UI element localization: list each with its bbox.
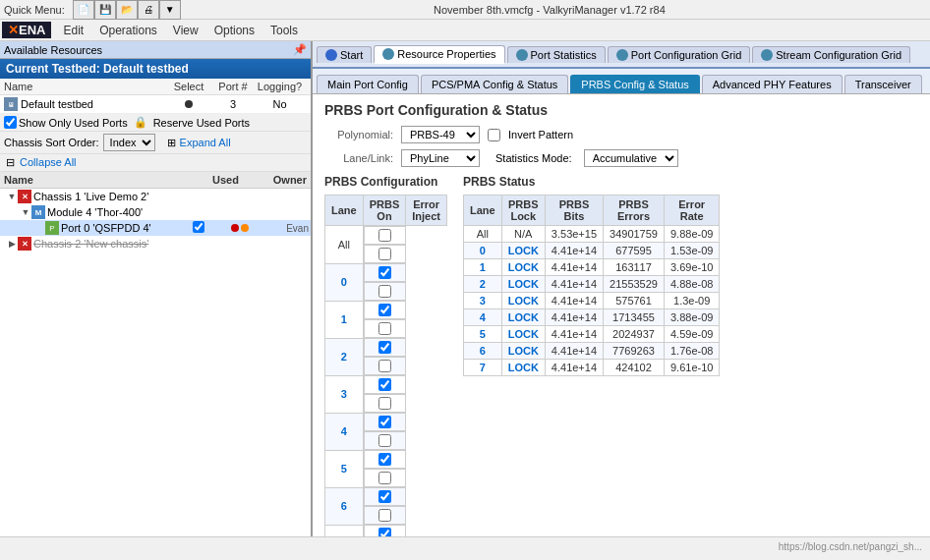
error-inject-row-1[interactable]: [378, 285, 391, 298]
polynomial-select[interactable]: PRBS-49: [401, 126, 480, 143]
tab-resource-icon: [382, 48, 394, 60]
reserve-used-label[interactable]: Reserve Used Ports: [153, 117, 250, 129]
st-col-lane: Lane: [463, 196, 501, 226]
status-bar: https://blog.csdn.net/pangzi_sh...: [0, 536, 930, 556]
tab-resource-properties[interactable]: Resource Properties: [374, 45, 504, 64]
error-inject-row-7[interactable]: [378, 509, 391, 522]
expand-icon: ⊞: [167, 137, 176, 149]
sub-tab-transceiver[interactable]: Transceiver: [844, 75, 922, 93]
chassis2-icon: ✕: [18, 237, 31, 251]
tree-module-4[interactable]: ▼ M Module 4 'Thor-400': [0, 204, 311, 220]
testbed-select: [164, 98, 213, 110]
tree-chassis-2[interactable]: ▶ ✕ Chassis 2 'New chassis': [0, 236, 311, 252]
prbs-on-row-7[interactable]: [378, 490, 391, 503]
prbs-on-row-4[interactable]: [378, 378, 391, 391]
lane-link-select[interactable]: PhyLine: [401, 149, 480, 167]
prbs-on-row-0[interactable]: [378, 229, 391, 242]
port0-label: Port 0 'QSFPDD 4': [61, 222, 171, 234]
prbs-on-row-3[interactable]: [378, 341, 391, 354]
prbs-on-row-1[interactable]: [378, 266, 391, 279]
show-used-ports-checkbox[interactable]: [4, 116, 17, 129]
toolbar-btn-1[interactable]: 📄: [73, 0, 94, 20]
prbs-config-title: PRBS Configuration: [324, 175, 447, 189]
menu-tools[interactable]: Tools: [262, 22, 306, 39]
port0-dot-red: [231, 224, 239, 232]
testbed-port: 3: [213, 98, 253, 110]
st-col-prbs-errors: PRBSErrors: [604, 196, 665, 226]
prbs-on-row-2[interactable]: [378, 304, 391, 316]
tab-start-label: Start: [340, 49, 363, 61]
menu-operations[interactable]: Operations: [91, 22, 165, 39]
chassis2-expand[interactable]: ▶: [6, 238, 18, 250]
collapse-all-btn[interactable]: Collapse All: [20, 156, 76, 168]
chassis-sort-select[interactable]: Index: [103, 134, 155, 151]
tab-stream-config-icon: [761, 49, 773, 61]
invert-pattern-checkbox[interactable]: [488, 129, 500, 141]
prbs-on-row-6[interactable]: [378, 453, 391, 466]
column-headers: Name Select Port # Logging?: [0, 79, 311, 95]
port0-dot-orange: [241, 224, 249, 232]
tab-port-config-grid[interactable]: Port Configuration Grid: [608, 46, 751, 63]
logo-text: ENA: [19, 23, 45, 37]
menu-view[interactable]: View: [165, 22, 206, 39]
prbs-on-row-5[interactable]: [378, 416, 391, 428]
reserve-used-text: Reserve Used Ports: [153, 117, 250, 129]
error-inject-row-0[interactable]: [378, 248, 391, 260]
testbed-radio[interactable]: [185, 100, 193, 108]
prbs-on-row-8[interactable]: [378, 528, 391, 536]
chassis1-label: Chassis 1 'Live Demo 2': [33, 191, 201, 202]
polynomial-label: Polynomial:: [324, 129, 393, 140]
expand-all-btn[interactable]: Expand All: [180, 137, 231, 148]
error-inject-row-2[interactable]: [378, 322, 391, 335]
col-logging-header: Logging?: [253, 81, 307, 92]
toolbar-btn-3[interactable]: 📂: [116, 0, 138, 20]
chassis1-expand[interactable]: ▼: [6, 191, 18, 202]
menu-options[interactable]: Options: [206, 22, 262, 39]
toolbar-btn-5[interactable]: ▼: [159, 0, 181, 20]
error-inject-row-6[interactable]: [378, 472, 391, 484]
prbs-status-section: PRBS Status Lane PRBSLock PRBSBits PRBSE…: [463, 175, 720, 536]
error-inject-row-4[interactable]: [378, 397, 391, 410]
module4-label: Module 4 'Thor-400': [47, 206, 201, 218]
toolbar-btn-2[interactable]: 💾: [94, 0, 116, 20]
default-testbed-row: 🖥 Default testbed 3 No: [0, 95, 311, 114]
top-tab-bar: Start Resource Properties Port Statistic…: [313, 41, 930, 69]
sub-tab-advanced-phy-label: Advanced PHY Features: [713, 79, 832, 90]
tab-port-stats-label: Port Statistics: [531, 49, 597, 61]
sub-tab-pcs-pma[interactable]: PCS/PMA Config & Status: [421, 75, 568, 93]
tab-stream-config-grid[interactable]: Stream Configuration Grid: [752, 46, 910, 63]
tab-start[interactable]: Start: [317, 46, 372, 63]
menu-bar: ✕ENA Edit Operations View Options Tools: [0, 20, 930, 41]
toolbar-btn-4[interactable]: 🖨: [138, 0, 159, 20]
menu-edit[interactable]: Edit: [55, 22, 91, 39]
cfg-col-error-inject: ErrorInject: [406, 196, 447, 226]
sub-tab-prbs[interactable]: PRBS Config & Status: [570, 75, 699, 93]
collapse-row: ⊟ Collapse All: [0, 154, 311, 172]
content-area: PRBS Port Configuration & Status Polynom…: [313, 94, 930, 536]
error-inject-row-5[interactable]: [378, 434, 391, 447]
module4-expand[interactable]: ▼: [20, 206, 31, 218]
st-col-prbs-bits: PRBSBits: [545, 196, 603, 226]
tree-port-0[interactable]: P Port 0 'QSFPDD 4' Evan: [0, 220, 311, 236]
sub-tab-advanced-phy[interactable]: Advanced PHY Features: [702, 75, 843, 93]
quick-menu-label: Quick Menu:: [4, 4, 65, 16]
module4-icon: M: [31, 205, 45, 219]
error-inject-row-3[interactable]: [378, 360, 391, 372]
sub-tab-main-port[interactable]: Main Port Config: [317, 75, 419, 93]
chassis2-label: Chassis 2 'New chassis': [33, 238, 201, 250]
port0-used-checkbox[interactable]: [193, 221, 204, 233]
pin-button[interactable]: 📌: [293, 43, 307, 56]
tree-used-header: Used: [199, 174, 253, 186]
port0-expand: [33, 222, 45, 234]
show-used-ports-label[interactable]: Show Only Used Ports: [4, 116, 128, 129]
two-col-section: PRBS Configuration Lane PRBSOn ErrorInje…: [324, 175, 918, 536]
statistics-mode-select[interactable]: Accumulative: [584, 149, 678, 167]
tab-port-stats-icon: [516, 49, 528, 61]
sub-tab-pcs-pma-label: PCS/PMA Config & Status: [432, 79, 557, 90]
testbed-logging: No: [253, 98, 307, 110]
port0-used: [171, 221, 225, 235]
tab-port-statistics[interactable]: Port Statistics: [507, 46, 606, 63]
tree-chassis-1[interactable]: ▼ ✕ Chassis 1 'Live Demo 2': [0, 189, 311, 204]
lane-link-row: Lane/Link: PhyLine Statistics Mode: Accu…: [324, 149, 918, 167]
options-row: Show Only Used Ports 🔒 Reserve Used Port…: [0, 114, 311, 132]
